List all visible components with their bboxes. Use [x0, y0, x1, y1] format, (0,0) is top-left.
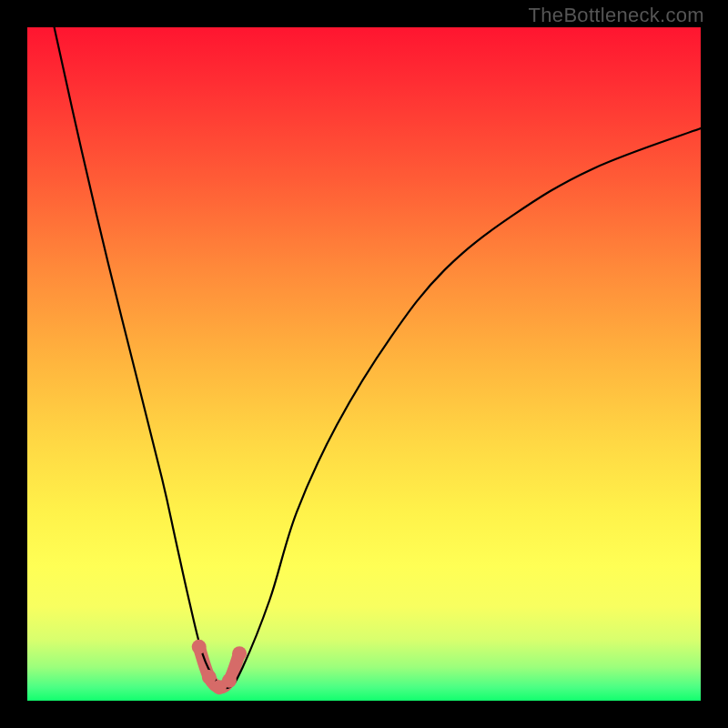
attribution-text: TheBottleneck.com: [529, 4, 704, 27]
chart-frame: TheBottleneck.com: [0, 0, 728, 728]
chart-plot-area: [27, 27, 701, 701]
optimal-point-dot: [222, 673, 237, 688]
optimal-point-dot: [192, 640, 207, 654]
optimal-point-dot: [232, 646, 247, 661]
bottleneck-curve-svg: [27, 27, 701, 701]
bottleneck-curve-path: [55, 27, 701, 688]
